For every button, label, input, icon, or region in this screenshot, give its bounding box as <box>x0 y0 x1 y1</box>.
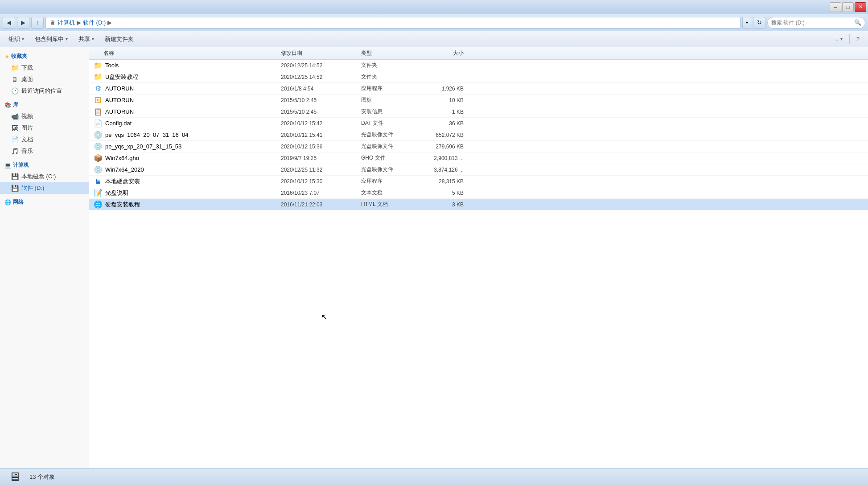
file-name: pe_yqs_1064_20_07_31_16_04 <box>105 132 189 138</box>
column-size[interactable]: 大小 <box>419 49 473 57</box>
file-size-cell: 3 KB <box>419 201 473 208</box>
new-folder-label: 新建文件夹 <box>105 35 134 43</box>
include-library-button[interactable]: 包含到库中 ▾ <box>30 33 73 45</box>
sidebar-network-header[interactable]: 🌐 网络 <box>0 197 89 208</box>
organize-button[interactable]: 组织 ▾ <box>4 33 29 45</box>
star-icon: ★ <box>4 53 9 60</box>
table-row[interactable]: 🖥 本地硬盘安装 2020/10/12 15:30 应用程序 28,315 KB <box>89 176 868 187</box>
file-name-cell: 💿 pe_yqs_1064_20_07_31_16_04 <box>89 131 281 140</box>
file-name-cell: 💿 pe_yqs_xp_20_07_31_15_53 <box>89 142 281 151</box>
file-name-cell: 📁 Tools <box>89 61 281 70</box>
desktop-label: 桌面 <box>21 75 33 83</box>
organize-chevron: ▾ <box>22 37 24 41</box>
table-row[interactable]: 🌐 硬盘安装教程 2016/11/21 22:03 HTML 文档 3 KB <box>89 199 868 210</box>
library-icon: 📚 <box>4 102 11 108</box>
file-name: 本地硬盘安装 <box>105 177 140 185</box>
file-type-cell: 文件夹 <box>361 73 419 81</box>
organize-label: 组织 <box>8 35 20 43</box>
help-icon: ? <box>856 36 860 42</box>
status-count: 13 个对象 <box>29 473 55 481</box>
search-input[interactable] <box>771 20 852 26</box>
forward-button[interactable]: ▶ <box>17 17 29 29</box>
sidebar-library-header[interactable]: 📚 库 <box>0 99 89 111</box>
help-button[interactable]: ? <box>852 33 864 45</box>
col-date-label: 修改日期 <box>281 50 302 56</box>
file-type-cell: DAT 文件 <box>361 119 419 127</box>
file-date-cell: 2020/12/25 11:32 <box>281 167 361 173</box>
file-type-icon: 📦 <box>94 154 103 163</box>
sidebar-item-image[interactable]: 🖼 图片 <box>0 122 89 134</box>
back-button[interactable]: ◀ <box>3 17 15 29</box>
file-name: AUTORUN <box>105 85 134 92</box>
breadcrumb-computer[interactable]: 计算机 <box>58 19 75 27</box>
column-type[interactable]: 类型 <box>361 49 419 57</box>
favorites-label: 收藏夹 <box>11 53 27 60</box>
sidebar-item-recent[interactable]: 🕐 最近访问的位置 <box>0 85 89 97</box>
file-type-icon: 🖥 <box>94 177 103 186</box>
sidebar-item-music[interactable]: 🎵 音乐 <box>0 145 89 157</box>
table-row[interactable]: ⚙ AUTORUN 2016/1/8 4:54 应用程序 1,926 KB <box>89 83 868 95</box>
up-button[interactable]: ↑ <box>31 17 44 29</box>
file-name-cell: 📝 光盘说明 <box>89 189 281 197</box>
file-size-cell: 36 KB <box>419 120 473 127</box>
file-type-icon: 📄 <box>94 119 103 128</box>
sidebar-item-doc[interactable]: 📄 文档 <box>0 134 89 145</box>
file-type-icon: 🖼 <box>94 96 103 105</box>
file-size-cell: 279,696 KB <box>419 144 473 150</box>
column-name[interactable]: 名称 <box>89 49 281 57</box>
maximize-button[interactable]: □ <box>842 2 854 12</box>
table-row[interactable]: 📋 AUTORUN 2015/5/10 2:45 安装信息 1 KB <box>89 106 868 118</box>
file-date-cell: 2020/12/25 14:52 <box>281 74 361 80</box>
file-date-cell: 2019/9/7 19:25 <box>281 155 361 161</box>
file-date-cell: 2020/10/12 15:41 <box>281 132 361 138</box>
video-label: 视频 <box>21 112 33 120</box>
table-row[interactable]: 📝 光盘说明 2016/10/23 7:07 文本文档 5 KB <box>89 187 868 199</box>
table-row[interactable]: 📦 Win7x64.gho 2019/9/7 19:25 GHO 文件 2,90… <box>89 152 868 164</box>
address-path[interactable]: 🖥 计算机 ▶ 软件 (D:) ▶ <box>45 17 740 29</box>
video-icon: 📹 <box>11 112 19 120</box>
file-name-cell: 📄 Config.dat <box>89 119 281 128</box>
refresh-button[interactable]: ↻ <box>753 17 765 29</box>
search-box: 🔍 <box>767 17 865 29</box>
table-row[interactable]: 📄 Config.dat 2020/10/12 15:42 DAT 文件 36 … <box>89 118 868 129</box>
music-icon: 🎵 <box>11 147 19 155</box>
table-row[interactable]: 📁 Tools 2020/12/25 14:52 文件夹 <box>89 60 868 71</box>
doc-icon: 📄 <box>11 136 19 144</box>
new-folder-button[interactable]: 新建文件夹 <box>100 33 139 45</box>
sidebar-item-download[interactable]: 📁 下载 <box>0 62 89 74</box>
table-row[interactable]: 📁 U盘安装教程 2020/12/25 14:52 文件夹 <box>89 71 868 83</box>
file-type-cell: 图标 <box>361 96 419 104</box>
file-type-cell: 光盘映像文件 <box>361 143 419 150</box>
computer-label: 计算机 <box>13 161 29 169</box>
file-size-cell: 2,900,813 ... <box>419 155 473 161</box>
toolbar: 组织 ▾ 包含到库中 ▾ 共享 ▾ 新建文件夹 ≡ ▾ ? <box>0 31 868 47</box>
share-button[interactable]: 共享 ▾ <box>74 33 99 45</box>
sidebar-item-desktop[interactable]: 🖥 桌面 <box>0 74 89 85</box>
table-row[interactable]: 🖼 AUTORUN 2015/5/10 2:45 图标 10 KB <box>89 95 868 106</box>
sidebar-favorites-header[interactable]: ★ 收藏夹 <box>0 51 89 62</box>
sidebar-item-software-d[interactable]: 💾 软件 (D:) <box>0 182 89 194</box>
file-name-cell: 📦 Win7x64.gho <box>89 154 281 163</box>
file-type-cell: 应用程序 <box>361 85 419 92</box>
file-name-cell: ⚙ AUTORUN <box>89 84 281 93</box>
sidebar-favorites-section: ★ 收藏夹 📁 下载 🖥 桌面 🕐 最近访问的位置 <box>0 51 89 97</box>
table-row[interactable]: 💿 pe_yqs_1064_20_07_31_16_04 2020/10/12 … <box>89 129 868 141</box>
address-dropdown[interactable]: ▾ <box>742 17 751 29</box>
sidebar-computer-header[interactable]: 💻 计算机 <box>0 160 89 171</box>
file-rows-container: 📁 Tools 2020/12/25 14:52 文件夹 📁 U盘安装教程 20… <box>89 60 868 210</box>
breadcrumb-software[interactable]: 软件 (D:) <box>83 19 106 27</box>
sidebar-item-local-c[interactable]: 💾 本地磁盘 (C:) <box>0 171 89 182</box>
file-date-cell: 2016/11/21 22:03 <box>281 201 361 208</box>
minimize-button[interactable]: ─ <box>830 2 841 12</box>
sidebar-item-video[interactable]: 📹 视频 <box>0 111 89 122</box>
view-button[interactable]: ≡ ▾ <box>830 33 847 45</box>
toolbar-divider <box>849 34 850 44</box>
column-date[interactable]: 修改日期 <box>281 49 361 57</box>
file-name-cell: 🖼 AUTORUN <box>89 96 281 105</box>
file-date-cell: 2015/5/10 2:45 <box>281 97 361 103</box>
file-type-cell: 光盘映像文件 <box>361 166 419 173</box>
table-row[interactable]: 💿 Win7x64_2020 2020/12/25 11:32 光盘映像文件 3… <box>89 164 868 176</box>
address-bar: ◀ ▶ ↑ 🖥 计算机 ▶ 软件 (D:) ▶ ▾ ↻ 🔍 <box>0 14 868 31</box>
table-row[interactable]: 💿 pe_yqs_xp_20_07_31_15_53 2020/10/12 15… <box>89 141 868 152</box>
close-button[interactable]: ✕ <box>855 2 866 12</box>
